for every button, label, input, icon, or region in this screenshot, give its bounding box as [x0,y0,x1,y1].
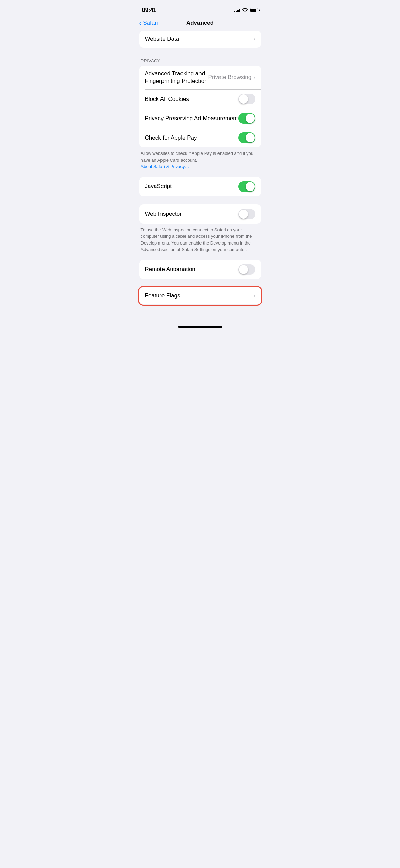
website-data-label: Website Data [145,35,254,43]
web-inspector-card: Web Inspector [139,204,261,224]
status-time: 09:41 [142,7,156,14]
website-data-right: › [253,36,255,42]
nav-bar: ‹ Safari Advanced [134,17,266,31]
privacy-footer-text: Allow websites to check if Apple Pay is … [141,151,253,163]
web-inspector-footer: To use the Web Inspector, connect to Saf… [134,224,266,257]
chevron-right-icon: › [253,293,255,299]
web-inspector-row: Web Inspector [139,204,261,224]
web-inspector-section: Web Inspector To use the Web Inspector, … [134,204,266,257]
website-data-card: Website Data › [139,31,261,48]
privacy-section-label: PRIVACY [134,56,266,66]
block-cookies-row: Block All Cookies [139,89,261,109]
safari-privacy-link[interactable]: About Safari & Privacy… [141,164,189,169]
javascript-card: JavaScript [139,177,261,196]
back-chevron-icon: ‹ [139,20,142,26]
toggle-thumb [239,210,248,219]
remote-automation-row: Remote Automation [139,260,261,279]
feature-flags-card: Feature Flags › [139,287,261,304]
privacy-footer: Allow websites to check if Apple Pay is … [134,147,266,174]
feature-flags-section: Feature Flags › [134,287,266,304]
block-cookies-toggle[interactable] [238,94,255,104]
tracking-protection-right: Private Browsing › [208,74,255,81]
web-inspector-label: Web Inspector [145,210,238,218]
toggle-thumb [246,182,255,191]
website-data-section: Website Data › [134,31,266,48]
toggle-thumb [239,265,248,274]
apple-pay-label: Check for Apple Pay [145,134,238,142]
home-bar [178,326,222,328]
remote-automation-toggle[interactable] [238,264,255,275]
privacy-section: PRIVACY Advanced Tracking andFingerprint… [134,56,266,174]
status-bar: 09:41 [134,0,266,17]
tracking-protection-row[interactable]: Advanced Tracking andFingerprinting Prot… [139,66,261,89]
web-inspector-footer-text: To use the Web Inspector, connect to Saf… [141,227,252,252]
back-button[interactable]: ‹ Safari [139,20,158,26]
remote-automation-section: Remote Automation [134,260,266,279]
apple-pay-row: Check for Apple Pay [139,128,261,147]
page-title: Advanced [186,20,214,26]
feature-flags-row[interactable]: Feature Flags › [139,287,261,304]
status-icons [234,7,258,13]
toggle-thumb [246,133,255,142]
block-cookies-label: Block All Cookies [145,95,238,103]
javascript-label: JavaScript [145,183,238,190]
back-label: Safari [143,20,158,26]
web-inspector-toggle[interactable] [238,209,255,219]
chevron-right-icon: › [253,36,255,42]
remote-automation-label: Remote Automation [145,266,238,273]
website-data-row[interactable]: Website Data › [139,31,261,48]
home-indicator [134,321,266,330]
privacy-ad-label: Privacy Preserving Ad Measurement [145,115,238,122]
tracking-protection-value: Private Browsing [208,74,252,81]
javascript-row: JavaScript [139,177,261,196]
toggle-thumb [239,94,248,104]
chevron-right-icon: › [253,74,255,80]
privacy-card: Advanced Tracking andFingerprinting Prot… [139,66,261,147]
signal-icon [234,8,240,12]
feature-flags-right: › [253,293,255,299]
remote-automation-card: Remote Automation [139,260,261,279]
javascript-toggle[interactable] [238,181,255,192]
content: Website Data › PRIVACY Advanced Tracking… [134,31,266,321]
battery-icon [250,8,258,12]
wifi-icon [242,7,248,13]
toggle-thumb [246,114,255,123]
feature-flags-label: Feature Flags [145,292,254,300]
apple-pay-toggle[interactable] [238,132,255,143]
privacy-ad-toggle[interactable] [238,113,255,124]
privacy-ad-row: Privacy Preserving Ad Measurement [139,109,261,128]
tracking-protection-label: Advanced Tracking andFingerprinting Prot… [145,70,208,85]
javascript-section: JavaScript [134,177,266,196]
